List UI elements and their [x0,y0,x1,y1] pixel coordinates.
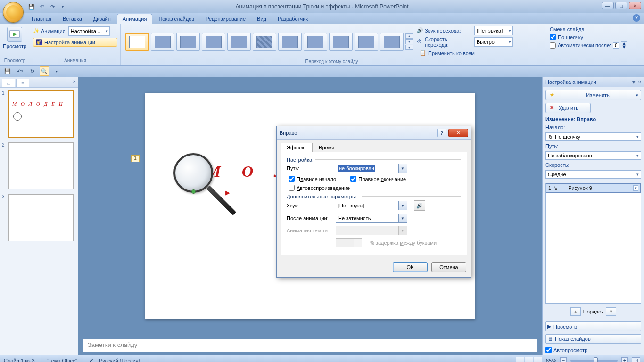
pane-dropdown-icon[interactable]: ▼ [631,79,636,85]
help-icon[interactable]: ? [633,14,640,22]
slide-thumbnail-2[interactable] [8,142,74,189]
magnifier-shape[interactable] [173,153,213,193]
animation-list-item[interactable]: 1 🖱 — Рисунок 9 [546,183,641,193]
close-button[interactable]: ✕ [629,2,641,9]
autoplay-checkbox[interactable]: Автовоспроизведение [289,185,350,191]
start-label: Начало: [545,124,641,130]
pane-preview-button[interactable]: ▶ Просмотр [545,321,641,331]
slide-thumbnail-3[interactable] [8,194,74,241]
transition-none[interactable] [125,33,149,51]
tab-time[interactable]: Время [313,143,340,152]
redo-icon[interactable]: ↷ [48,2,57,11]
tab-insert[interactable]: Вставка [58,14,87,24]
tab-design[interactable]: Дизайн [88,14,116,24]
undo-icon[interactable]: ↶▾ [15,66,25,76]
on-click-checkbox[interactable]: По щелчку [550,34,637,40]
transition-item[interactable] [151,33,174,51]
transition-item[interactable] [253,33,276,51]
zoom-percent[interactable]: 65% [546,358,556,362]
delay-spinner [336,238,362,247]
save-icon[interactable]: 💾 [3,66,12,76]
animation-combo[interactable]: Настройка ... [68,26,110,36]
dlg-after-combo[interactable]: Не затемнять▼ [336,214,407,223]
sorter-view-button[interactable] [525,357,533,362]
dialog-close-button[interactable]: ✕ [448,129,468,137]
ok-button[interactable]: ОК [393,262,428,272]
quick-access-toolbar-2: 💾 ↶▾ ↻ 🔍 ▾ [0,65,644,77]
maximize-button[interactable]: □ [615,2,627,9]
dialog-help-button[interactable]: ? [437,129,446,137]
save-icon[interactable]: 💾 [27,2,36,11]
dlg-path-combo[interactable]: не блокирован▼ [336,164,407,173]
notes-pane[interactable]: Заметки к слайду [83,339,537,352]
window-titlebar: 💾 ↶ ↷ ▾ Анимация в презентации Трюки и э… [0,0,644,13]
start-combo[interactable]: 🖱 По щелчку [545,132,641,141]
transition-item[interactable] [278,33,302,51]
zoom-slider[interactable] [570,360,618,362]
transition-item[interactable] [355,33,378,51]
pane-slideshow-button[interactable]: 🖥 Показ слайдов [545,334,641,344]
smooth-start-checkbox[interactable]: Плавное начало [289,176,336,182]
motion-path-end-icon[interactable]: ▶ [225,189,230,196]
sound-volume-button[interactable]: 🔊 [414,200,425,211]
sound-icon: 🔊 [417,27,423,34]
tab-review[interactable]: Рецензирование [200,14,251,24]
undo-icon[interactable]: ↶ [38,2,46,11]
tab-view[interactable]: Вид [252,14,272,24]
gallery-more[interactable]: ▴▾▾ [405,33,413,50]
spellcheck-icon[interactable]: ✔ [89,358,93,362]
normal-view-button[interactable] [516,357,524,362]
slide-thumbnail-1[interactable]: М О Л О Д Е Ц [8,90,74,138]
transition-item[interactable] [380,33,404,51]
tab-developer[interactable]: Разработчик [272,14,313,24]
dlg-sound-combo[interactable]: [Нет звука]▼ [336,201,407,210]
speed-combo[interactable]: Средне [545,170,641,179]
tab-effect[interactable]: Эффект [281,143,313,152]
motion-path-line[interactable] [193,192,227,192]
panel-close-icon[interactable]: × [73,79,76,84]
tab-home[interactable]: Главная [26,14,57,24]
qat-more-icon[interactable]: ▾ [58,2,67,11]
qat2-more-icon[interactable]: ▾ [52,66,61,76]
transition-item[interactable] [202,33,225,51]
pane-close-icon[interactable]: × [638,79,641,85]
star-icon: ★ [550,92,556,99]
autopreview-checkbox[interactable]: Автопросмотр [543,345,644,355]
zoom-in-button[interactable]: + [621,357,628,362]
transition-speed-combo[interactable]: Быстро [474,37,513,47]
apply-to-all-button[interactable]: 📋 Применить ко всем [417,49,513,58]
cancel-button[interactable]: Отмена [431,262,466,272]
minimize-button[interactable]: — [602,2,614,9]
fit-window-button[interactable]: ⊡ [632,357,640,362]
slideshow-view-button[interactable] [534,357,542,362]
smooth-end-checkbox[interactable]: Плавное окончание [350,176,406,182]
tab-animation[interactable]: Анимация [117,14,153,24]
tab-slideshow[interactable]: Показ слайдов [153,14,199,24]
language-indicator[interactable]: Русский (Россия) [99,358,140,362]
path-combo[interactable]: Не заблокировано [545,151,641,160]
repeat-icon[interactable]: ↻ [27,66,37,76]
transition-item[interactable] [176,33,200,51]
transition-item[interactable] [329,33,353,51]
slides-tab[interactable]: ▭ [2,79,15,87]
dialog-titlebar[interactable]: Вправо ? ✕ [277,126,471,140]
zoom-out-button[interactable]: − [560,357,567,362]
time-down[interactable]: ▼ [621,45,627,49]
custom-animation-label: Настройка анимации [44,40,95,45]
remove-effect-button[interactable]: ✖ Удалить [545,103,591,113]
find-format-icon[interactable]: 🔍 [40,66,49,76]
move-up-button[interactable]: ▲ [570,307,581,316]
change-effect-button[interactable]: ★ Изменить [545,90,641,100]
custom-animation-button[interactable]: 🌠 Настройка анимации [33,38,117,47]
transition-item[interactable] [304,33,327,51]
preview-button[interactable]: Просмотр [3,25,26,51]
move-down-button[interactable]: ▼ [606,307,616,316]
motion-path-start-icon[interactable] [191,189,196,194]
office-button[interactable] [3,2,24,23]
auto-after-checkbox[interactable]: Автоматически после: ▲▼ [550,41,637,49]
auto-time-field[interactable] [613,42,619,49]
transition-sound-combo[interactable]: [Нет звука] [474,26,513,35]
transition-item[interactable] [227,33,251,51]
outline-tab[interactable]: ≡ [16,79,29,87]
group-label-transition: Переход к этому слайду [124,59,540,65]
